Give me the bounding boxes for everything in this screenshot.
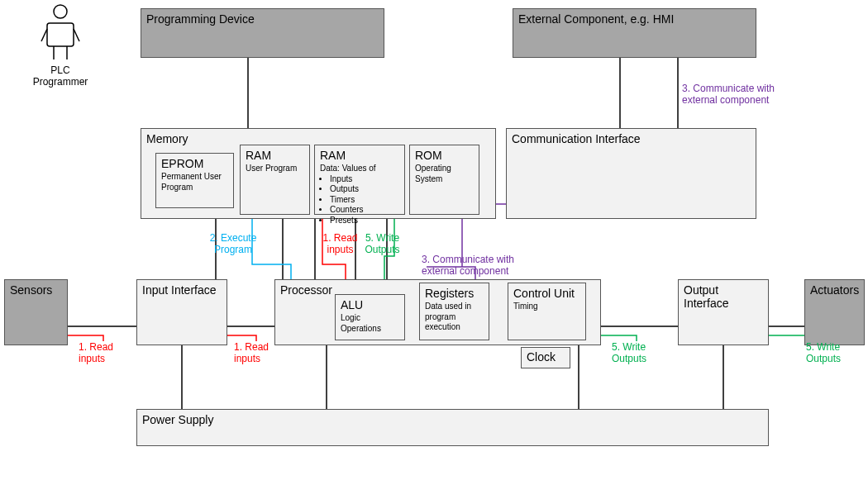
connectors <box>0 0 868 480</box>
communication-interface: Communication Interface <box>506 128 756 219</box>
eprom-title: EPROM <box>156 154 233 172</box>
output-interface: Output Interface <box>678 279 769 345</box>
input-title: Input Interface <box>137 280 227 298</box>
alu-sub: LogicOperations <box>336 313 404 337</box>
power-supply: Power Supply <box>136 409 769 446</box>
registers-title: Registers <box>420 283 489 302</box>
ram1-sub: User Program <box>241 164 309 178</box>
ram2-sub: Data: Values of <box>315 164 404 174</box>
eprom-sub: Permanent User Program <box>156 172 233 196</box>
ram-data: RAM Data: Values of Inputs Outputs Timer… <box>314 145 405 215</box>
clock-title: Clock <box>522 348 570 366</box>
programmer-icon <box>41 5 79 59</box>
sensors: Sensors <box>4 279 68 345</box>
ram1-title: RAM <box>241 145 309 164</box>
programming-device: Programming Device <box>141 8 384 58</box>
ram2-title: RAM <box>315 145 404 164</box>
svg-point-18 <box>54 5 67 18</box>
input-interface: Input Interface <box>136 279 227 345</box>
control-unit: Control Unit Timing <box>508 283 586 340</box>
programming-device-title: Programming Device <box>141 9 384 27</box>
alu-title: ALU <box>336 295 404 313</box>
registers-sub: Data used inprogramexecution <box>420 302 489 336</box>
actuators: Actuators <box>804 279 865 345</box>
label-read-inputs-mid: 1. Read inputs <box>322 232 359 256</box>
ram2-list: Inputs Outputs Timers Counters Presets <box>315 174 404 230</box>
label-write-outputs-mid: 5. Write Outputs <box>360 232 405 256</box>
label-communicate-top: 3. Communicate with external component <box>682 83 798 107</box>
label-read-inputs-mid2: 1. Read inputs <box>234 341 275 365</box>
actuators-title: Actuators <box>805 280 864 298</box>
ram-user-program: RAM User Program <box>240 145 310 215</box>
control-unit-sub: Timing <box>508 302 585 316</box>
eprom: EPROM Permanent User Program <box>155 153 234 208</box>
label-communicate-mid: 3. Communicate with external component <box>422 254 537 278</box>
external-component: External Component, e.g. HMI <box>513 8 756 58</box>
control-unit-title: Control Unit <box>508 283 585 302</box>
rom-sub: Operating System <box>410 164 479 188</box>
svg-line-19 <box>41 29 47 41</box>
label-execute: 2. Execute Program <box>208 232 258 256</box>
programmer-label: PLCProgrammer <box>27 64 93 88</box>
output-title: Output Interface <box>679 280 768 311</box>
clock: Clock <box>521 347 570 368</box>
power-title: Power Supply <box>137 410 768 428</box>
registers: Registers Data used inprogramexecution <box>419 283 489 340</box>
label-write-outputs-right1: 5. Write Outputs <box>612 341 657 365</box>
rom: ROM Operating System <box>409 145 479 215</box>
svg-line-20 <box>74 29 79 41</box>
external-component-title: External Component, e.g. HMI <box>513 9 756 27</box>
alu: ALU LogicOperations <box>335 294 405 340</box>
comm-title: Communication Interface <box>507 129 756 147</box>
sensors-title: Sensors <box>5 280 67 298</box>
rom-title: ROM <box>410 145 479 164</box>
label-read-inputs-left: 1. Read inputs <box>79 341 120 365</box>
label-write-outputs-right2: 5. Write Outputs <box>806 341 851 365</box>
